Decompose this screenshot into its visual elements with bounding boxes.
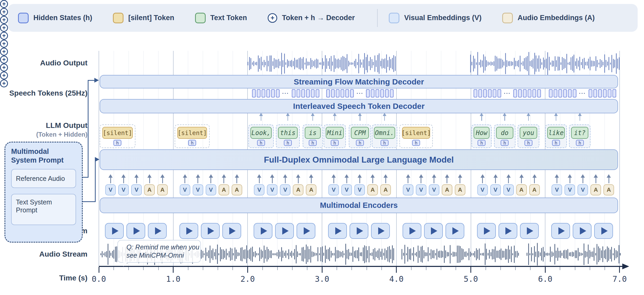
audio-embedding-box: A xyxy=(529,184,540,195)
audio-output-waveform-bar xyxy=(332,61,333,66)
audio-output-waveform-bar xyxy=(305,62,305,65)
audio-stream-waveform-bar xyxy=(585,251,586,258)
audio-output-waveform-bar xyxy=(373,62,374,65)
audio-stream-waveform-bar xyxy=(316,253,317,256)
hidden-state-h-box: h xyxy=(552,140,560,146)
audio-stream-waveform-bar xyxy=(239,253,240,256)
axis-tick-label: 2.0 xyxy=(240,274,255,284)
audio-stream-waveform-bar xyxy=(458,245,459,263)
audio-stream-waveform-bar xyxy=(267,247,267,262)
audio-output-waveform-bar xyxy=(506,60,507,67)
text-token-swatch-icon xyxy=(195,13,206,23)
audio-stream-waveform-bar xyxy=(325,245,326,263)
connector-arrowhead-llm xyxy=(95,157,99,162)
row-label-time: Time (s) xyxy=(3,274,87,282)
audio-output-waveform-bar xyxy=(479,62,480,65)
audio-stream-waveform-bar xyxy=(422,246,423,262)
play-icon xyxy=(409,227,416,235)
audio-stream-waveform-bar xyxy=(261,249,262,259)
audio-output-waveform-bar xyxy=(264,60,264,68)
audio-stream-waveform-bar xyxy=(338,250,339,258)
audio-output-waveform-bar xyxy=(259,58,260,69)
llm-token-silent: [silent] xyxy=(102,127,133,139)
bubble-tail xyxy=(123,262,129,266)
audio-stream-waveform-bar xyxy=(210,245,210,263)
audio-output-waveform-bar xyxy=(614,60,615,68)
visual-embedding-box: V xyxy=(477,184,488,195)
audio-stream-waveform-bar xyxy=(471,253,472,256)
play-icon xyxy=(484,227,490,235)
play-icon xyxy=(580,227,586,235)
video-frame-box xyxy=(403,223,421,239)
audio-stream-waveform-bar xyxy=(256,253,257,256)
token-plus-h-icon: + xyxy=(0,24,8,32)
audio-stream-waveform-bar xyxy=(217,244,218,264)
audio-stream-waveform-bar xyxy=(608,248,609,261)
multimodal-encoders-label: Multimodal Encoders xyxy=(320,201,398,210)
axis-tick-minor xyxy=(590,267,590,270)
visual-embedding-box: V xyxy=(564,184,575,195)
embedding-arrow-shaft xyxy=(434,177,434,183)
audio-stream-waveform-bar xyxy=(243,250,244,259)
token-plus-h-icon: + xyxy=(0,32,8,40)
axis-tick-minor xyxy=(515,267,516,270)
audio-stream-waveform-bar xyxy=(312,251,312,257)
audio-output-waveform-bar xyxy=(591,60,592,67)
audio-output-waveform-bar xyxy=(275,59,276,68)
audio-output-waveform-bar xyxy=(339,60,340,68)
embedding-arrow-shaft xyxy=(372,177,373,183)
embedding-arrow-icon xyxy=(222,174,226,178)
audio-stream-waveform-bar xyxy=(328,249,329,260)
visual-embeddings-swatch-icon xyxy=(389,13,399,23)
audio-output-waveform-bar xyxy=(508,61,509,66)
audio-output-waveform-bar xyxy=(521,62,522,65)
audio-stream-waveform-bar xyxy=(498,251,499,258)
audio-output-waveform-bar xyxy=(341,57,342,70)
audio-stream-waveform-bar xyxy=(259,247,260,261)
audio-output-waveform-bar xyxy=(496,56,497,71)
audio-embedding-box: A xyxy=(144,184,155,195)
hidden-state-h-box: h xyxy=(309,140,317,146)
llm-token-text: it? xyxy=(571,127,588,139)
audio-stream-waveform-bar xyxy=(235,247,235,261)
audio-stream-waveform-bar xyxy=(364,245,365,263)
audio-output-waveform-bar xyxy=(568,62,568,65)
interleaved-decoder-label: Interleaved Speech Token Decoder xyxy=(293,102,425,111)
token-to-decoder-arrow-shaft xyxy=(334,116,335,121)
audio-stream-waveform-bar xyxy=(351,253,352,256)
embedding-arrow-shaft xyxy=(508,177,509,183)
audio-stream-waveform-bar xyxy=(284,252,285,256)
embedding-arrow-icon xyxy=(270,174,274,178)
axis-tick-minor xyxy=(351,267,352,270)
audio-stream-waveform-bar xyxy=(447,252,448,257)
embedding-arrow-icon xyxy=(309,174,313,178)
audio-stream-waveform-bar xyxy=(344,253,345,256)
audio-stream-waveform-bar xyxy=(377,250,378,258)
axis-tick-major xyxy=(99,267,99,273)
audio-stream-waveform-bar xyxy=(413,247,414,261)
legend-item-text-token: Text Token xyxy=(195,13,247,23)
audio-embedding-box: A xyxy=(442,184,452,195)
audio-stream-waveform-bar xyxy=(329,247,330,261)
embedding-arrow-icon xyxy=(555,174,559,178)
audio-stream-waveform-bar xyxy=(530,253,530,255)
speech-token-rect xyxy=(276,89,280,97)
legend-divider xyxy=(377,9,378,27)
audio-stream-waveform-bar xyxy=(582,253,583,255)
video-frame-box xyxy=(275,223,294,239)
audio-stream-waveform-bar xyxy=(569,252,570,256)
audio-stream-waveform-bar xyxy=(436,249,437,260)
audio-output-waveform-bar xyxy=(611,55,612,73)
audio-output-waveform-bar xyxy=(555,56,555,71)
audio-stream-waveform-bar xyxy=(518,253,519,256)
audio-stream-waveform-bar xyxy=(322,246,323,262)
speech-token-rect xyxy=(549,89,553,97)
audio-output-waveform-bar xyxy=(482,60,483,67)
audio-output-waveform-bar xyxy=(616,53,617,74)
audio-output-waveform-bar xyxy=(502,60,503,67)
audio-output-waveform-bar xyxy=(471,62,472,65)
audio-stream-waveform-bar xyxy=(592,251,593,257)
audio-output-waveform-bar xyxy=(361,62,362,65)
question-speech-bubble: Q: Remind me when you see MiniCPM-Omni xyxy=(117,240,201,263)
row-label-speech-tokens: Speech Tokens (25Hz) xyxy=(3,89,87,97)
